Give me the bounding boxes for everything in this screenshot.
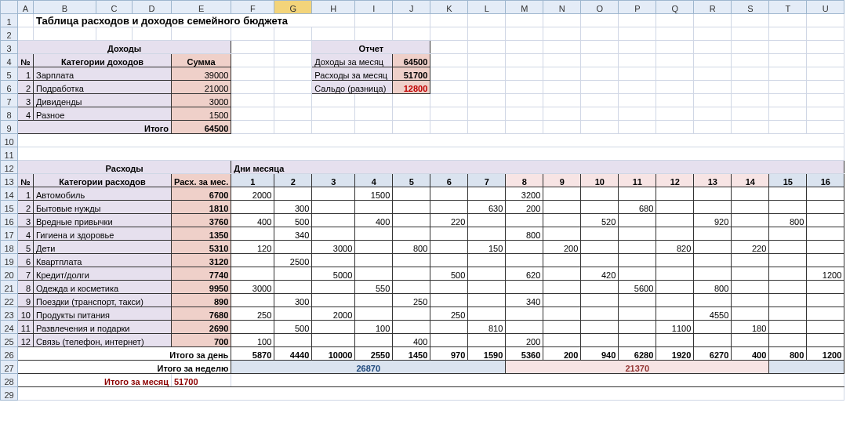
row-14[interactable]: 14 <box>1 187 18 201</box>
exp-cell[interactable] <box>732 334 769 347</box>
spreadsheet[interactable]: A B C D E F G H I J K L M N O P Q R S T … <box>0 0 844 401</box>
exp-cell[interactable] <box>581 254 619 267</box>
exp-cell[interactable] <box>581 281 619 294</box>
exp-cell[interactable] <box>656 267 694 281</box>
exp-cell[interactable] <box>506 214 543 227</box>
row-29[interactable]: 29 <box>1 387 18 401</box>
exp-cell[interactable] <box>468 334 506 347</box>
exp-cell[interactable]: 200 <box>506 334 543 347</box>
exp-cell[interactable] <box>769 294 807 307</box>
income-row-val[interactable]: 39000 <box>172 67 231 81</box>
exp-row-name[interactable]: Связь (телефон, интернет) <box>34 334 172 347</box>
exp-cell[interactable]: 5600 <box>619 281 656 294</box>
exp-cell[interactable] <box>231 227 274 241</box>
exp-cell[interactable] <box>769 187 807 201</box>
exp-cell[interactable] <box>732 281 769 294</box>
exp-cell[interactable] <box>581 241 619 254</box>
exp-cell[interactable] <box>694 227 732 241</box>
exp-cell[interactable]: 250 <box>231 307 274 321</box>
exp-cell[interactable] <box>468 294 506 307</box>
exp-cell[interactable]: 810 <box>468 321 506 334</box>
exp-cell[interactable] <box>581 321 619 334</box>
exp-cell[interactable] <box>506 254 543 267</box>
exp-cell[interactable] <box>694 294 732 307</box>
exp-cell[interactable]: 2000 <box>231 187 274 201</box>
exp-cell[interactable] <box>581 294 619 307</box>
exp-cell[interactable] <box>619 334 656 347</box>
exp-row-name[interactable]: Автомобиль <box>34 187 172 201</box>
exp-cell[interactable] <box>694 187 732 201</box>
exp-cell[interactable] <box>581 334 619 347</box>
exp-cell[interactable] <box>312 281 355 294</box>
exp-cell[interactable]: 800 <box>694 281 732 294</box>
exp-cell[interactable]: 520 <box>581 214 619 227</box>
col-K[interactable]: K <box>430 1 468 14</box>
exp-cell[interactable] <box>274 187 312 201</box>
row-13[interactable]: 13 <box>1 174 18 187</box>
exp-cell[interactable] <box>274 334 312 347</box>
exp-cell[interactable] <box>543 267 581 281</box>
exp-cell[interactable] <box>581 201 619 214</box>
exp-cell[interactable] <box>393 281 430 294</box>
exp-row-name[interactable]: Продукты питания <box>34 307 172 321</box>
row-15[interactable]: 15 <box>1 201 18 214</box>
exp-cell[interactable] <box>619 227 656 241</box>
col-H[interactable]: H <box>312 1 355 14</box>
exp-cell[interactable]: 500 <box>274 321 312 334</box>
col-B[interactable]: B <box>34 1 96 14</box>
exp-cell[interactable] <box>769 201 807 214</box>
exp-row-name[interactable]: Развлечения и подарки <box>34 321 172 334</box>
col-Q[interactable]: Q <box>656 1 694 14</box>
exp-cell[interactable] <box>274 307 312 321</box>
exp-cell[interactable] <box>807 254 844 267</box>
col-L[interactable]: L <box>468 1 506 14</box>
row-17[interactable]: 17 <box>1 227 18 241</box>
exp-row-name[interactable]: Кредит/долги <box>34 267 172 281</box>
income-row-name[interactable]: Зарплата <box>34 67 172 81</box>
exp-cell[interactable]: 200 <box>543 241 581 254</box>
exp-cell[interactable]: 180 <box>732 321 769 334</box>
exp-cell[interactable] <box>694 254 732 267</box>
exp-cell[interactable] <box>769 281 807 294</box>
row-10[interactable]: 10 <box>1 134 18 147</box>
exp-cell[interactable] <box>393 227 430 241</box>
exp-row-name[interactable]: Дети <box>34 241 172 254</box>
exp-cell[interactable]: 4550 <box>694 307 732 321</box>
exp-cell[interactable] <box>581 187 619 201</box>
exp-cell[interactable] <box>694 241 732 254</box>
exp-cell[interactable] <box>769 321 807 334</box>
exp-cell[interactable] <box>355 267 393 281</box>
exp-cell[interactable] <box>231 267 274 281</box>
exp-cell[interactable] <box>355 201 393 214</box>
exp-cell[interactable] <box>543 187 581 201</box>
row-7[interactable]: 7 <box>1 94 18 107</box>
exp-cell[interactable] <box>581 307 619 321</box>
exp-cell[interactable] <box>355 307 393 321</box>
row-25[interactable]: 25 <box>1 334 18 347</box>
exp-cell[interactable]: 220 <box>430 214 468 227</box>
exp-cell[interactable] <box>694 334 732 347</box>
exp-row-name[interactable]: Вредные привычки <box>34 214 172 227</box>
exp-cell[interactable]: 550 <box>355 281 393 294</box>
row-3[interactable]: 3 <box>1 41 18 54</box>
exp-cell[interactable] <box>619 267 656 281</box>
exp-cell[interactable] <box>619 294 656 307</box>
exp-cell[interactable]: 2000 <box>312 307 355 321</box>
exp-cell[interactable] <box>619 254 656 267</box>
exp-cell[interactable] <box>543 334 581 347</box>
row-5[interactable]: 5 <box>1 67 18 81</box>
row-26[interactable]: 26 <box>1 347 18 361</box>
exp-row-name[interactable]: Квартплата <box>34 254 172 267</box>
exp-cell[interactable] <box>656 201 694 214</box>
exp-cell[interactable] <box>543 201 581 214</box>
exp-cell[interactable] <box>430 254 468 267</box>
exp-cell[interactable] <box>656 214 694 227</box>
exp-cell[interactable] <box>543 294 581 307</box>
exp-cell[interactable] <box>430 334 468 347</box>
exp-cell[interactable]: 250 <box>430 307 468 321</box>
exp-cell[interactable] <box>769 241 807 254</box>
exp-cell[interactable]: 340 <box>506 294 543 307</box>
exp-cell[interactable] <box>312 321 355 334</box>
exp-cell[interactable] <box>312 201 355 214</box>
row-23[interactable]: 23 <box>1 307 18 321</box>
